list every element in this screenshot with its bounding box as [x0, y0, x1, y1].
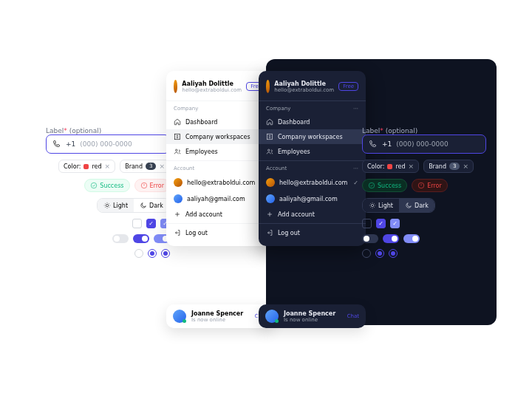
- status-error: Error: [412, 179, 448, 192]
- close-icon[interactable]: ×: [463, 163, 468, 170]
- toast-status: Is now online: [284, 317, 335, 323]
- svg-point-0: [92, 183, 98, 188]
- menu-account-2[interactable]: aaliyah@gmail.com: [166, 191, 273, 207]
- online-indicator: [275, 319, 279, 323]
- theme-dark-button[interactable]: Dark: [134, 199, 169, 212]
- checkbox[interactable]: [362, 219, 372, 228]
- chip-brand[interactable]: Brand3×: [120, 160, 170, 173]
- online-toast[interactable]: Joanne Spencer Is now online Chat: [259, 304, 366, 328]
- menu-add-account[interactable]: Add account: [166, 207, 273, 222]
- section-account: Account⋯: [259, 163, 366, 174]
- menu-user-name: Aaliyah Dolittle: [182, 81, 242, 87]
- toggle-on[interactable]: [133, 234, 149, 243]
- moon-icon: [140, 202, 147, 209]
- checkbox[interactable]: [132, 219, 142, 228]
- radio-on-2[interactable]: [161, 249, 170, 258]
- radio-on[interactable]: [148, 249, 157, 258]
- swatch-red: [387, 164, 392, 169]
- section-company: Company⋯: [259, 103, 366, 115]
- user-menu: Aaliyah Dolittle hello@extraboldui.com F…: [259, 71, 366, 246]
- menu-user-email: hello@extraboldui.com: [274, 87, 334, 93]
- menu-employees[interactable]: Employees: [259, 144, 366, 159]
- menu-account-1[interactable]: hello@extraboldui.com✓: [166, 174, 273, 191]
- phone-input[interactable]: +1 (000) 000-0000: [362, 134, 486, 154]
- checkbox-row: [362, 219, 400, 228]
- checkbox-alt[interactable]: [390, 219, 400, 228]
- avatar: [174, 80, 177, 93]
- building-icon: [266, 133, 273, 140]
- users-icon: [266, 148, 273, 155]
- plus-icon: [266, 211, 273, 218]
- radio[interactable]: [134, 249, 143, 258]
- svg-point-4: [176, 149, 178, 151]
- building-icon: [174, 133, 181, 140]
- theme-light-button[interactable]: Light: [98, 199, 134, 212]
- menu-logout[interactable]: Log out: [259, 225, 366, 240]
- menu-account-1[interactable]: hello@extraboldui.com✓: [259, 174, 366, 191]
- menu-header: Aaliyah Dolittle hello@extraboldui.com F…: [259, 77, 366, 99]
- theme-light-button[interactable]: Light: [363, 199, 399, 212]
- home-icon: [174, 118, 181, 126]
- menu-header: Aaliyah Dolittle hello@extraboldui.com F…: [166, 77, 273, 99]
- light-panel: Label* (optional) +1 (000) 000-0000 Colo…: [35, 59, 266, 325]
- menu-add-account[interactable]: Add account: [259, 207, 366, 222]
- close-icon[interactable]: ×: [159, 163, 165, 170]
- status-row: Success Error: [84, 179, 170, 192]
- chip-color[interactable]: Color:red×: [362, 160, 419, 173]
- dark-panel: Aaliyah Dolittle hello@extraboldui.com F…: [266, 59, 497, 325]
- moon-icon: [405, 202, 412, 209]
- chip-brand[interactable]: Brand3×: [423, 160, 474, 173]
- more-icon[interactable]: ⋯: [353, 106, 358, 112]
- toggle[interactable]: [362, 234, 378, 243]
- svg-point-2: [106, 204, 108, 206]
- swatch-red: [83, 164, 89, 169]
- radio-on-2[interactable]: [389, 249, 398, 258]
- radio[interactable]: [362, 249, 371, 258]
- svg-point-7: [369, 183, 375, 188]
- check-circle-icon: [90, 182, 98, 189]
- checkbox-row: [132, 219, 170, 228]
- online-toast[interactable]: Joanne Spencer Is now online Chat: [166, 304, 273, 328]
- menu-dashboard[interactable]: Dashboard: [259, 115, 366, 129]
- user-menu: Aaliyah Dolittle hello@extraboldui.com F…: [166, 71, 273, 246]
- toast-chat-button[interactable]: Chat: [347, 313, 359, 319]
- menu-user-name: Aaliyah Dolittle: [274, 81, 334, 87]
- plus-icon: [174, 211, 181, 218]
- menu-account-2[interactable]: aaliyah@gmail.com: [259, 191, 366, 207]
- home-icon: [266, 118, 273, 126]
- menu-workspaces[interactable]: Company workspaces: [259, 129, 366, 144]
- more-icon[interactable]: ⋯: [353, 166, 358, 171]
- menu-dashboard[interactable]: Dashboard: [166, 115, 273, 129]
- close-icon[interactable]: ×: [105, 163, 111, 170]
- toggle[interactable]: [112, 234, 129, 243]
- input-placeholder: (000) 000-0000: [80, 140, 132, 148]
- chip-row: Color:red× Brand3×: [362, 160, 474, 173]
- svg-point-6: [268, 149, 270, 151]
- controls-column: Label* (optional) +1 (000) 000-0000 Colo…: [46, 127, 170, 258]
- chip-row: Color:red× Brand3×: [58, 160, 170, 173]
- status-success: Success: [84, 179, 129, 192]
- toggle-on[interactable]: [383, 234, 399, 243]
- alert-circle-icon: [417, 182, 425, 189]
- status-row: Success Error: [362, 179, 448, 192]
- section-account: Account⋯: [166, 163, 273, 174]
- phone-icon: [369, 140, 378, 149]
- close-icon[interactable]: ×: [409, 163, 415, 170]
- online-indicator: [183, 319, 186, 323]
- toggle-row: [112, 234, 170, 243]
- menu-employees[interactable]: Employees: [166, 144, 273, 159]
- checkbox-checked[interactable]: [146, 219, 156, 228]
- chip-color[interactable]: Color:red×: [58, 160, 115, 173]
- radio-on[interactable]: [375, 249, 384, 258]
- avatar: [174, 178, 183, 187]
- input-prefix: +1: [66, 140, 75, 148]
- phone-input[interactable]: +1 (000) 000-0000: [46, 134, 170, 154]
- menu-workspaces[interactable]: Company workspaces: [166, 129, 273, 144]
- toast-status: Is now online: [191, 317, 243, 323]
- toast-name: Joanne Spencer: [284, 310, 335, 317]
- toggle-alt[interactable]: [403, 234, 420, 243]
- menu-logout[interactable]: Log out: [166, 225, 273, 240]
- phone-icon: [52, 140, 61, 149]
- checkbox-checked[interactable]: [376, 219, 386, 228]
- theme-dark-button[interactable]: Dark: [399, 199, 434, 212]
